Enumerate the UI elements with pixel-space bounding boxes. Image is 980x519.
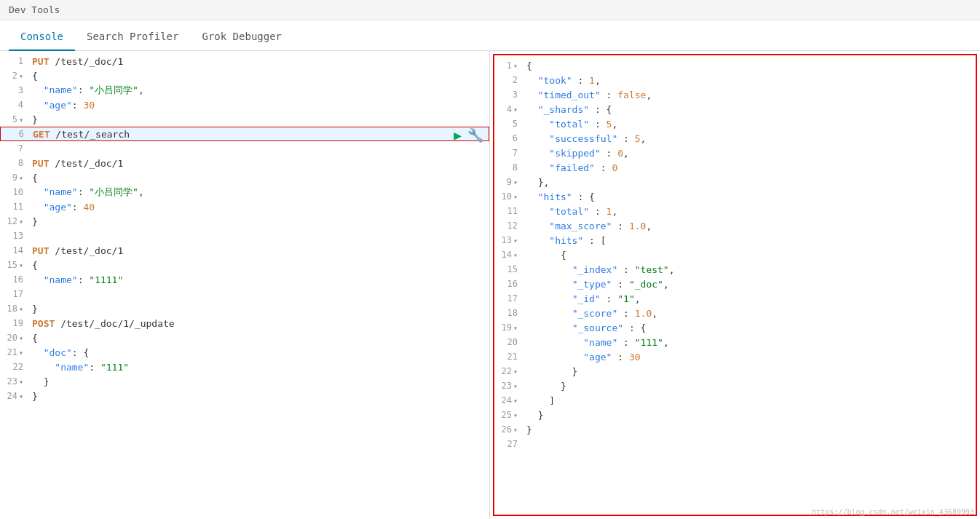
editor-line-18[interactable]: 18▾} [0,301,489,316]
response-line-4: 4▾ "_shards" : { [494,102,976,116]
fold-arrow[interactable]: ▾ [19,349,23,357]
line-number: 8 [0,158,29,168]
line-content: "age": 40 [29,202,95,213]
editor-line-9[interactable]: 9▾{ [0,170,489,185]
response-fold-arrow[interactable]: ▾ [513,251,518,259]
response-fold-arrow[interactable]: ▾ [513,237,518,245]
fold-arrow[interactable]: ▾ [19,218,23,226]
response-line-content: "_id" : "1", [523,293,641,304]
response-line-content: }, [523,177,549,188]
editor-line-16[interactable]: 16 "name": "1111" [0,272,489,287]
response-fold-arrow[interactable]: ▾ [513,397,518,405]
editor-line-15[interactable]: 15▾{ [0,258,489,272]
line-content: POST /test/_doc/1/_update [29,318,175,329]
response-line-20: 20 "name" : "111", [494,335,976,349]
fold-arrow[interactable]: ▾ [19,378,23,386]
response-line-16: 16 "_type" : "_doc", [494,277,976,291]
editor-line-22[interactable]: 22 "name": "111" [0,360,489,374]
response-line-content: "age" : 30 [523,352,641,362]
response-line-6: 6 "successful" : 5, [494,131,976,146]
line-number: 6 [1,129,30,139]
run-button[interactable]: ▶ [454,127,462,143]
tab-grok-debugger[interactable]: Grok Debugger [190,23,293,51]
response-fold-arrow[interactable]: ▾ [513,193,518,201]
response-line-19: 19▾ "_source" : { [494,320,976,335]
editor-line-20[interactable]: 20▾{ [0,330,489,345]
response-line-content: } [523,410,543,421]
code-editor[interactable]: 1PUT /test/_doc/12▾{3 "name": "小吕同学",4 "… [0,51,489,406]
response-fold-arrow[interactable]: ▾ [513,368,518,376]
response-line-number: 10▾ [494,191,523,202]
watermark: https://blog.csdn.net/weixin_43689993 [812,508,974,516]
response-line-number: 21 [494,352,523,362]
fold-arrow[interactable]: ▾ [19,174,23,182]
editor-line-11[interactable]: 11 "age": 40 [0,199,489,214]
response-line-content: "hits" : { [523,191,595,202]
line-number: 18▾ [0,304,29,314]
response-line-number: 8 [494,162,523,173]
response-border: 1▾{2 "took" : 1,3 "timed_out" : false,4▾… [493,54,977,516]
response-line-2: 2 "took" : 1, [494,73,976,87]
tab-console[interactable]: Console [9,23,75,51]
editor-line-10[interactable]: 10 "name": "小吕同学", [0,185,489,199]
response-fold-arrow[interactable]: ▾ [513,426,518,434]
line-content: { [29,71,38,82]
editor-line-21[interactable]: 21▾ "doc": { [0,345,489,360]
editor-line-2[interactable]: 2▾{ [0,68,489,83]
response-line-10: 10▾ "hits" : { [494,189,976,204]
editor-line-12[interactable]: 12▾} [0,214,489,229]
response-line-content: "total" : 5, [523,119,617,130]
editor-line-4[interactable]: 4 "age": 30 [0,98,489,112]
editor-line-14[interactable]: 14PUT /test/_doc/1 [0,243,489,258]
response-line-content: "total" : 1, [523,206,617,217]
response-line-content: } [523,381,566,392]
line-number: 22 [0,362,29,372]
response-fold-arrow[interactable]: ▾ [513,106,518,114]
fold-arrow[interactable]: ▾ [19,334,23,342]
fold-arrow[interactable]: ▾ [19,392,23,400]
fold-arrow[interactable]: ▾ [19,261,23,269]
title-bar: Dev Tools [0,0,980,20]
editor-line-17[interactable]: 17 [0,287,489,301]
response-line-13: 13▾ "hits" : [ [494,233,976,247]
tab-search-profiler[interactable]: Search Profiler [75,23,190,51]
response-line-3: 3 "timed_out" : false, [494,87,976,102]
response-fold-arrow[interactable]: ▾ [513,178,518,186]
response-line-content: "failed" : 0 [523,162,617,173]
response-fold-arrow[interactable]: ▾ [513,324,518,332]
editor-line-13[interactable]: 13 [0,229,489,243]
editor-line-3[interactable]: 3 "name": "小吕同学", [0,83,489,98]
line-number: 17 [0,289,29,299]
fold-arrow[interactable]: ▾ [19,305,23,313]
response-fold-arrow[interactable]: ▾ [513,62,518,70]
response-line-content: "_score" : 1.0, [523,308,657,319]
response-line-number: 6 [494,133,523,143]
editor-line-23[interactable]: 23▾ } [0,374,489,389]
editor-line-19[interactable]: 19POST /test/_doc/1/_update [0,316,489,330]
response-line-number: 13▾ [494,235,523,245]
editor-line-5[interactable]: 5▾} [0,112,489,127]
editor-line-7[interactable]: 7 [0,141,489,156]
editor-line-1[interactable]: 1PUT /test/_doc/1 [0,54,489,68]
line-number: 20▾ [0,333,29,343]
editor-line-8[interactable]: 8PUT /test/_doc/1 [0,156,489,170]
editor-line-6[interactable]: 6GET /test/_search [0,127,489,141]
response-line-21: 21 "age" : 30 [494,349,976,364]
wrench-button[interactable]: 🔧 [467,127,483,143]
editor-line-24[interactable]: 24▾} [0,389,489,403]
response-line-22: 22▾ } [494,364,976,379]
line-content: } [29,376,49,387]
main-layout: ▶ 🔧 1PUT /test/_doc/12▾{3 "name": "小吕同学"… [0,51,980,519]
response-fold-arrow[interactable]: ▾ [513,382,518,390]
response-line-number: 2 [494,75,523,85]
line-content: } [29,304,38,314]
line-content: "name": "111" [29,362,129,373]
line-content: "age": 30 [29,100,95,111]
line-number: 9▾ [0,173,29,183]
response-fold-arrow[interactable]: ▾ [513,411,518,419]
fold-arrow[interactable]: ▾ [19,116,23,124]
line-number: 7 [0,143,29,154]
tab-bar: Console Search Profiler Grok Debugger [0,20,980,51]
fold-arrow[interactable]: ▾ [19,72,23,80]
line-content: PUT /test/_doc/1 [29,158,123,169]
